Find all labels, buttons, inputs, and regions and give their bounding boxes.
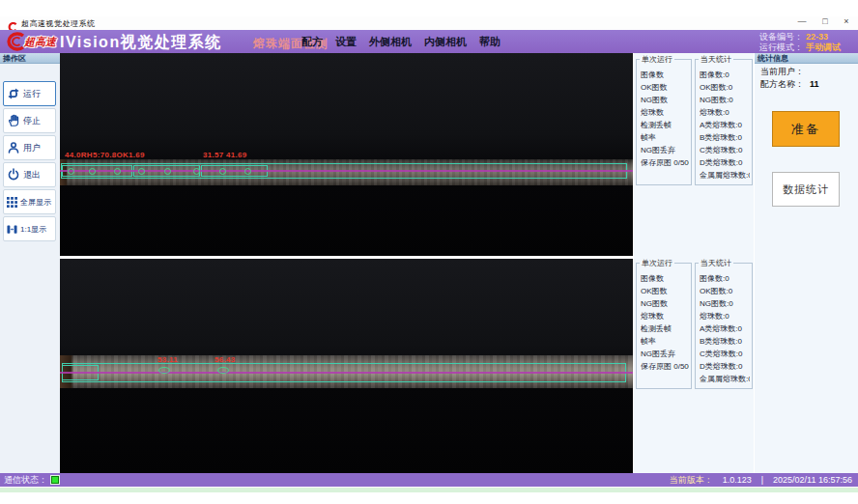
minimize-button[interactable]: — <box>794 16 810 26</box>
status-bar: 通信状态： 当前版本： 1.0.123 | 2025/02/11 16:57:5… <box>0 473 858 487</box>
version-label: 当前版本： <box>670 474 713 487</box>
run-button-label: 运行 <box>23 88 41 100</box>
single-run-groupbox: 单次运行 图像数OK图数NG图数熔珠数检测丢帧帧率NG图丢弃保存原图 0/500 <box>636 59 692 185</box>
single-run-title: 单次运行 <box>640 55 674 65</box>
stat-row: B类熔珠数:0 <box>700 335 750 348</box>
recipe-name-value: 11 <box>810 79 819 89</box>
stat-row: 金属屑熔珠数:0 <box>700 373 750 385</box>
stat-row: 检测丢帧 <box>641 322 689 335</box>
current-user-label: 当前用户： <box>760 67 804 76</box>
stat-row: 金属屑熔珠数:0 <box>700 169 750 182</box>
app-window: 超高速视觉处理系统 — □ × 超高速 IVision视觉处理系统 熔珠端面检测… <box>0 0 858 504</box>
menu-item-settings[interactable]: 设置 <box>335 35 357 49</box>
stat-row: OK图数:0 <box>700 285 750 297</box>
stop-hand-icon <box>7 114 20 127</box>
version-info: 当前版本： 1.0.123 | 2025/02/11 16:57:56 <box>670 473 852 487</box>
menu-item-recipe[interactable]: 配方 <box>301 35 323 49</box>
data-statistics-button[interactable]: 数据统计 <box>772 172 840 207</box>
bead-marker <box>158 367 170 374</box>
today-stats-groupbox: 当天统计 图像数:0OK图数:0NG图数:0熔珠数:0A类熔珠数:0B类熔珠数:… <box>695 263 753 389</box>
stat-row: 熔珠数:0 <box>700 106 750 119</box>
fullscreen-button[interactable]: 全屏显示 <box>3 189 56 214</box>
stop-button[interactable]: 停止 <box>3 108 56 133</box>
today-stats-title: 当天统计 <box>699 259 733 268</box>
close-button[interactable]: × <box>839 16 854 26</box>
stat-row: NG图数:0 <box>700 297 750 310</box>
maximize-button[interactable]: □ <box>817 16 833 26</box>
inner-camera-view: 53.11 56.43 <box>60 259 633 473</box>
today-stats-groupbox: 当天统计 图像数:0OK图数:0NG图数:0熔珠数:0A类熔珠数:0B类熔珠数:… <box>695 59 753 185</box>
stat-row: 图像数:0 <box>700 69 750 81</box>
recipe-name-row: 配方名称：11 <box>760 78 819 91</box>
stat-row: OK图数 <box>641 81 689 94</box>
stop-button-label: 停止 <box>23 115 41 127</box>
datetime: 2025/02/11 16:57:56 <box>773 475 852 485</box>
stat-row: D类熔珠数:0 <box>700 156 750 169</box>
stat-row: NG图数 <box>641 297 689 310</box>
menu-item-help[interactable]: 帮助 <box>479 35 500 49</box>
stat-row: C类熔珠数:0 <box>700 348 750 360</box>
brand-text: 超高速 <box>24 35 56 49</box>
stat-row: 检测丢帧 <box>641 119 689 131</box>
run-cycle-icon <box>7 87 20 100</box>
statistics-info-panel: 统计信息 当前用户： 配方名称：11 准备 数据统计 <box>754 53 858 473</box>
single-run-groupbox: 单次运行 图像数OK图数NG图数熔珠数检测丢帧帧率NG图丢弃保存原图 0/500 <box>636 263 692 389</box>
stat-row: 帧率 <box>641 335 689 348</box>
today-stat-rows: 图像数:0OK图数:0NG图数:0熔珠数:0A类熔珠数:0B类熔珠数:0C类熔珠… <box>696 264 752 385</box>
device-id-label: 设备编号： <box>759 32 803 42</box>
menu-item-outer-camera[interactable]: 外侧相机 <box>369 35 412 49</box>
one-to-one-icon <box>7 224 17 235</box>
stat-row: 保存原图 0/500 <box>641 360 689 373</box>
stat-row: NG图丢弃 <box>641 144 689 156</box>
measurement-annotation: 31.57 41.69 <box>203 151 247 159</box>
user-button-label: 用户 <box>23 142 41 154</box>
single-run-rows: 图像数OK图数NG图数熔珠数检测丢帧帧率NG图丢弃保存原图 0/500 <box>637 264 691 373</box>
app-header: 超高速 IVision视觉处理系统 熔珠端面检测 配方 设置 外侧相机 内侧相机… <box>0 30 858 53</box>
window-title: 超高速视觉处理系统 <box>21 18 96 29</box>
today-stat-rows: 图像数:0OK图数:0NG图数:0熔珠数:0A类熔珠数:0B类熔珠数:0C类熔珠… <box>696 60 752 182</box>
stat-row: D类熔珠数:0 <box>700 360 750 373</box>
single-run-rows: 图像数OK图数NG图数熔珠数检测丢帧帧率NG图丢弃保存原图 0/500 <box>637 60 691 169</box>
stat-row: 图像数 <box>641 69 689 81</box>
measurement-annotation: 53.11 <box>157 355 178 364</box>
stat-row: 熔珠数:0 <box>700 310 750 322</box>
recipe-name-label: 配方名称： <box>760 79 804 89</box>
scan-line <box>60 170 633 172</box>
exit-button[interactable]: 退出 <box>3 162 56 187</box>
info-panel-title: 统计信息 <box>755 53 858 64</box>
stat-row: 保存原图 0/500 <box>641 156 689 169</box>
single-run-title: 单次运行 <box>640 259 674 268</box>
menu-item-inner-camera[interactable]: 内侧相机 <box>424 35 467 49</box>
comm-status-label: 通信状态： <box>4 474 47 487</box>
comm-ok-indicator <box>51 476 59 484</box>
run-mode-label: 运行模式： <box>759 42 803 52</box>
current-user-row: 当前用户： <box>760 66 804 78</box>
measurement-annotation: 44.0RH5:70.8OK1.69 <box>65 151 145 159</box>
separator: | <box>761 475 763 485</box>
exit-button-label: 退出 <box>23 169 41 182</box>
device-id-value: 22-33 <box>806 32 828 42</box>
scan-line <box>60 372 633 374</box>
brand-logo: 超高速 <box>3 30 56 53</box>
stat-row: NG图丢弃 <box>641 348 689 360</box>
stat-row: 图像数:0 <box>700 272 750 285</box>
run-button[interactable]: 运行 <box>3 81 56 106</box>
one-to-one-button-label: 1:1显示 <box>20 224 46 235</box>
stat-row: NG图数 <box>641 94 689 106</box>
stat-row: 熔珠数 <box>641 106 689 119</box>
outer-camera-view: 44.0RH5:70.8OK1.69 31.57 41.69 <box>60 53 633 256</box>
fullscreen-button-label: 全屏显示 <box>20 197 51 208</box>
one-to-one-button[interactable]: 1:1显示 <box>3 216 56 241</box>
prepare-button[interactable]: 准备 <box>772 111 840 147</box>
fullscreen-icon <box>7 197 17 208</box>
user-icon <box>7 141 20 154</box>
user-button[interactable]: 用户 <box>3 135 56 160</box>
stat-row: 图像数 <box>641 272 689 285</box>
stat-row: B类熔珠数:0 <box>700 131 750 144</box>
stat-row: OK图数 <box>641 285 689 297</box>
power-icon <box>7 168 20 182</box>
run-mode-value: 手动调试 <box>806 42 841 52</box>
page-title: IVision视觉处理系统 <box>60 32 222 53</box>
stat-row: A类熔珠数:0 <box>700 119 750 131</box>
window-titlebar: 超高速视觉处理系统 — □ × <box>0 16 858 30</box>
